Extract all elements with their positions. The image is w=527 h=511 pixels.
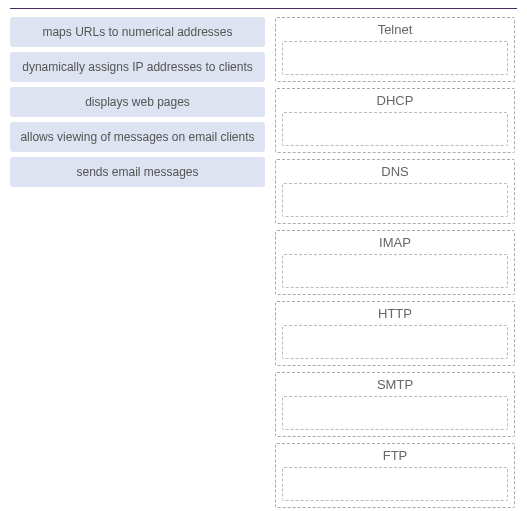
target-box-smtp: SMTP [275, 372, 515, 437]
target-label: Telnet [282, 22, 508, 37]
source-column: maps URLs to numerical addresses dynamic… [10, 17, 265, 508]
drop-zone[interactable] [282, 183, 508, 217]
drop-zone[interactable] [282, 112, 508, 146]
target-box-telnet: Telnet [275, 17, 515, 82]
drop-zone[interactable] [282, 41, 508, 75]
source-item[interactable]: dynamically assigns IP addresses to clie… [10, 52, 265, 82]
target-box-imap: IMAP [275, 230, 515, 295]
target-column: Telnet DHCP DNS IMAP HTTP SMTP FTP [275, 17, 515, 508]
matching-container: maps URLs to numerical addresses dynamic… [10, 17, 517, 508]
source-item[interactable]: sends email messages [10, 157, 265, 187]
target-label: SMTP [282, 377, 508, 392]
drop-zone[interactable] [282, 325, 508, 359]
target-box-http: HTTP [275, 301, 515, 366]
drop-zone[interactable] [282, 467, 508, 501]
target-box-ftp: FTP [275, 443, 515, 508]
target-box-dhcp: DHCP [275, 88, 515, 153]
target-label: FTP [282, 448, 508, 463]
target-label: DHCP [282, 93, 508, 108]
drop-zone[interactable] [282, 254, 508, 288]
target-label: HTTP [282, 306, 508, 321]
target-box-dns: DNS [275, 159, 515, 224]
target-label: DNS [282, 164, 508, 179]
source-item[interactable]: displays web pages [10, 87, 265, 117]
source-item[interactable]: allows viewing of messages on email clie… [10, 122, 265, 152]
top-divider [10, 8, 517, 9]
source-item[interactable]: maps URLs to numerical addresses [10, 17, 265, 47]
drop-zone[interactable] [282, 396, 508, 430]
target-label: IMAP [282, 235, 508, 250]
